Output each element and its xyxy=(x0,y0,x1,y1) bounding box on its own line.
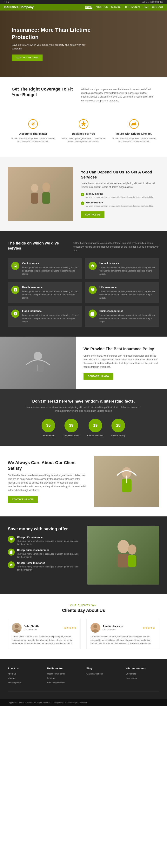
policy-image xyxy=(0,337,76,389)
nav-home[interactable]: HOME xyxy=(85,6,92,9)
testimonial-name-1: John Smith xyxy=(24,625,39,628)
care-text: On the other hand, we denounce with righ… xyxy=(8,474,86,492)
saving-item-desc-2: There are many variations of passages of… xyxy=(17,552,80,559)
feature-title-2: Designed For You xyxy=(61,132,106,135)
footer-top: About us About us Mumbly Privacy policy … xyxy=(0,659,167,699)
home-desc: Lorem ipsum dolor sit amet, consectetur … xyxy=(99,266,156,276)
saving-item-title-1: Cheap Life Insurance xyxy=(17,536,80,539)
features-row: Discounts That Matter All the Lorem Ipsu… xyxy=(0,112,167,157)
footer-col-1: About us About us Mumbly Privacy policy xyxy=(8,667,41,685)
insurance-card-life: Life Insurance Lorem ipsum dolor sit ame… xyxy=(85,282,159,303)
hero-cta-button[interactable]: CONTACT US NOW xyxy=(12,55,43,61)
svg-point-5 xyxy=(31,184,38,192)
policy-cta-button[interactable]: CONTACT US NOW xyxy=(83,373,113,380)
feature-desc-2: All the Lorem Ipsum generators on the In… xyxy=(61,137,106,143)
business-icon xyxy=(89,310,97,318)
insurance-grid: Car Insurance Lorem ipsum dolor sit amet… xyxy=(8,258,159,327)
testimonials-row: John Smith CEO Founder ★★★★★ Lorem ipsum… xyxy=(8,619,159,649)
depend-section: You Can Depend On Us To Get A Good Servi… xyxy=(0,157,167,231)
saving-heading: Save money with saving offer xyxy=(8,526,80,532)
svg-point-9 xyxy=(34,352,42,360)
care-content: We Always Care About Our Client Satisfy … xyxy=(8,460,86,503)
stats-text: Lorem ipsum dolor sit amet, consectetur … xyxy=(25,405,142,413)
footer-link-classical[interactable]: Classical website xyxy=(86,672,120,676)
social-icons[interactable]: f t g xyxy=(4,1,9,3)
stat-item-2: 39 Completed works xyxy=(63,419,79,437)
depend-text: Lorem ipsum dolor sit amet, consectetur … xyxy=(81,182,159,189)
footer-col-4: Who we connect Customers Businesses xyxy=(126,667,159,685)
policy-heading: We Provide The Best Insurance Policy xyxy=(83,346,159,351)
depend-feature-desc-2: At vero et accusantiam et iusto odio dig… xyxy=(86,205,153,208)
life-title: Life Insurance xyxy=(99,286,156,289)
depend-feature-2: Get Flexibility At vero et accusantiam e… xyxy=(81,201,159,208)
stats-section: Don't misread here we have random & inte… xyxy=(0,389,167,446)
saving-item-content-3: Cheap Home Insurance There are many vari… xyxy=(17,561,80,571)
health-title: Health Insurance xyxy=(22,286,78,289)
nav-testimonial[interactable]: TESTIMONIAL xyxy=(125,6,140,9)
hero-subtext: Save up to 50% when you insure your prop… xyxy=(12,43,93,51)
top-bar: f t g Call Us: +000-000-000 xyxy=(0,0,167,4)
testimonials-label: OUR CLIENTS SAY xyxy=(8,604,159,607)
saving-item-content-2: Cheap Business Insurance There are many … xyxy=(17,549,80,559)
saving-list: Cheap Life Insurance There are many vari… xyxy=(8,536,80,571)
home-title: Home Insurance xyxy=(99,262,156,265)
feature-title-3: Insure With Drivers Like You xyxy=(112,132,156,135)
nav-about[interactable]: ABOUT US xyxy=(96,6,108,9)
business-card-content: Business Insurance Lorem ipsum dolor sit… xyxy=(99,310,156,323)
footer-link-editorial[interactable]: Editorial guidelines xyxy=(47,681,81,684)
stat-circle-1: 35 xyxy=(42,419,55,432)
footer-link-about[interactable]: About us xyxy=(8,672,41,676)
care-section: We Always Care About Our Client Satisfy … xyxy=(0,446,167,517)
twitter-icon[interactable]: t xyxy=(6,1,7,3)
nav-links: HOME ABOUT US SERVICE TESTIMONIAL FAQ CO… xyxy=(85,6,163,9)
footer-link-businesses[interactable]: Businesses xyxy=(126,677,159,680)
stat-label-1: Team member xyxy=(42,434,55,437)
facebook-icon[interactable]: f xyxy=(4,1,4,3)
footer-link-privacy[interactable]: Privacy policy xyxy=(8,681,41,684)
stat-number-2: 39 xyxy=(69,423,73,428)
footer-link-sitemap[interactable]: Sitemap xyxy=(47,677,81,680)
policy-content: We Provide The Best Insurance Policy On … xyxy=(76,337,167,389)
depend-feature-title-1: Money Saving xyxy=(86,192,153,195)
google-icon[interactable]: g xyxy=(8,1,9,3)
footer-link-media-terms[interactable]: Media centre terms xyxy=(47,672,81,676)
testimonial-name-2: Amelia Jackson xyxy=(102,625,123,628)
nav-service[interactable]: SERVICE xyxy=(111,6,121,9)
footer-link-mumbly[interactable]: Mumbly xyxy=(8,677,41,680)
insurance-card-business: Business Insurance Lorem ipsum dolor sit… xyxy=(85,306,159,327)
stat-circle-3: 19 xyxy=(89,419,102,432)
coverage-heading: Get The Right Coverage To Fit Your Budge… xyxy=(12,87,73,97)
feature-card-3: Insure With Drivers Like You All the Lor… xyxy=(109,114,159,147)
feature-desc-1: All the Lorem Ipsum generators on the In… xyxy=(11,137,55,143)
hero-content: Insurance: More Than Lifetime Protection… xyxy=(12,27,93,61)
business-desc: Lorem ipsum dolor sit amet, consectetur … xyxy=(99,314,156,323)
car-title: Car Insurance xyxy=(22,262,78,265)
policy-text: On the other hand, we denounce with righ… xyxy=(83,354,159,369)
stat-circle-4: 28 xyxy=(112,419,125,432)
insurance-card-flood: Flood Insurance Lorem ipsum dolor sit am… xyxy=(8,306,82,327)
fields-header-left: The fields on which we give servies xyxy=(8,241,65,253)
saving-item-3: Cheap Home Insurance There are many vari… xyxy=(8,561,80,571)
stats-header: Don't misread here we have random & inte… xyxy=(8,399,159,413)
health-desc: Lorem ipsum dolor sit amet, consectetur … xyxy=(22,290,78,300)
footer-bottom: Copyright © domaineuro.com. All Rights R… xyxy=(0,699,167,706)
car-desc: Lorem ipsum dolor sit amet, consectetur … xyxy=(22,266,78,276)
life-card-content: Life Insurance Lorem ipsum dolor sit ame… xyxy=(99,286,156,300)
stat-label-2: Completed works xyxy=(63,434,79,437)
saving-item-desc-1: There are many variations of passages of… xyxy=(17,539,80,546)
feature-card-1: Discounts That Matter All the Lorem Ipsu… xyxy=(8,114,58,147)
footer-link-customers[interactable]: Customers xyxy=(126,672,159,676)
nav-faq[interactable]: FAQ xyxy=(144,6,149,9)
stats-heading: Don't misread here we have random & inte… xyxy=(8,399,159,404)
feature-title-1: Discounts That Matter xyxy=(11,132,55,135)
flood-desc: Lorem ipsum dolor sit amet, consectetur … xyxy=(22,314,78,323)
flood-card-content: Flood Insurance Lorem ipsum dolor sit am… xyxy=(22,310,78,323)
depend-cta-button[interactable]: CONTACT US xyxy=(81,211,105,218)
insurance-card-car: Car Insurance Lorem ipsum dolor sit amet… xyxy=(8,258,82,279)
coverage-right: All the Lorem Ipsum generators on the In… xyxy=(81,87,155,102)
nav-contact[interactable]: CONTACT xyxy=(152,6,163,9)
care-cta-button[interactable]: CONTACT US NOW xyxy=(8,496,38,503)
testimonial-stars-2: ★★★★★ xyxy=(142,626,155,629)
testimonials-heading: Clients Say About Us xyxy=(8,608,159,613)
footer: About us About us Mumbly Privacy policy … xyxy=(0,659,167,706)
